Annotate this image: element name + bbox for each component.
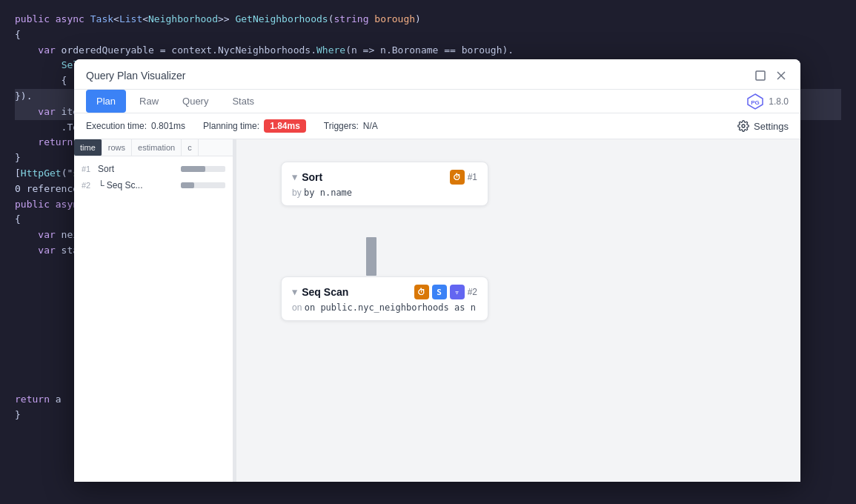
close-button[interactable]	[774, 68, 789, 83]
clock-icon: ⏱	[450, 170, 465, 185]
triggers-value: N/A	[363, 121, 378, 131]
tab-plan[interactable]: Plan	[86, 90, 126, 113]
list-item[interactable]: #1 Sort	[80, 161, 227, 177]
node-header: ▼ Seq Scan ⏱ S ▿ #2	[292, 285, 477, 299]
row-bar	[181, 182, 225, 188]
seqscan-node[interactable]: ▼ Seq Scan ⏱ S ▿ #2 on on public.nyc_nei…	[281, 276, 488, 321]
maximize-button[interactable]	[753, 68, 768, 83]
modal-title: Query Plan Visualizer	[86, 70, 753, 82]
node-badges: ⏱ #1	[450, 170, 477, 185]
modal-body: time rows estimation c #1 Sort #2 └ Seq …	[74, 139, 800, 482]
left-panel-rows: #1 Sort #2 └ Seq Sc...	[74, 156, 233, 198]
planning-label: Planning time:	[203, 121, 259, 131]
settings-icon	[737, 120, 749, 132]
execution-time: Execution time: 0.801ms	[86, 121, 185, 131]
triggers-label: Triggers:	[324, 121, 359, 131]
row-name: └ Seq Sc...	[98, 180, 178, 190]
node-badges: ⏱ S ▿ #2	[414, 285, 477, 299]
tabs-bar: Plan Raw Query Stats PG 1.8.0	[74, 90, 800, 113]
node-name: Seq Scan	[302, 286, 409, 298]
planning-value: 1.84ms	[264, 119, 306, 133]
connector-line	[366, 237, 376, 276]
svg-point-5	[742, 125, 745, 127]
node-header: ▼ Sort ⏱ #1	[292, 170, 477, 185]
settings-button[interactable]: Settings	[737, 120, 789, 132]
query-plan-visualizer-modal: Query Plan Visualizer Plan Raw Query Sta…	[74, 59, 800, 482]
planning-time: Planning time: 1.84ms	[203, 119, 306, 133]
chevron-down-icon: ▼	[292, 172, 297, 182]
col-time[interactable]: time	[74, 139, 102, 156]
node-number: #2	[468, 287, 477, 297]
filter-icon: ▿	[450, 285, 465, 299]
version-label: 1.8.0	[769, 96, 789, 107]
node-name: Sort	[302, 171, 445, 183]
version-badge: PG 1.8.0	[746, 93, 789, 110]
version-icon: PG	[746, 93, 764, 110]
svg-text:PG: PG	[752, 99, 760, 106]
tab-query[interactable]: Query	[172, 90, 219, 113]
row-bar-fill	[181, 182, 194, 188]
row-num: #2	[82, 181, 95, 190]
s-icon: S	[432, 285, 447, 299]
tab-raw[interactable]: Raw	[129, 90, 169, 113]
tab-stats[interactable]: Stats	[222, 90, 265, 113]
sort-node[interactable]: ▼ Sort ⏱ #1 by by n.name	[281, 162, 488, 206]
node-subtext: on on public.nyc_neighborhoods as n	[292, 302, 477, 313]
svg-rect-0	[756, 71, 765, 80]
execution-value: 0.801ms	[151, 121, 185, 131]
col-c[interactable]: c	[182, 139, 199, 156]
left-panel-header: time rows estimation c	[74, 139, 233, 156]
left-panel: time rows estimation c #1 Sort #2 └ Seq …	[74, 139, 233, 482]
titlebar-controls	[753, 68, 789, 83]
row-num: #1	[82, 165, 95, 173]
settings-label: Settings	[754, 121, 789, 132]
col-estimation[interactable]: estimation	[132, 139, 182, 156]
node-subtext: by by n.name	[292, 188, 477, 198]
triggers: Triggers: N/A	[324, 121, 378, 131]
node-subtext-value: on public.nyc_neighborhoods as n	[305, 302, 476, 313]
node-number: #1	[468, 172, 477, 182]
list-item[interactable]: #2 └ Seq Sc...	[80, 177, 227, 193]
row-bar	[181, 166, 225, 172]
timing-bar: Execution time: 0.801ms Planning time: 1…	[74, 113, 800, 139]
chevron-down-icon: ▼	[292, 287, 297, 297]
row-name: Sort	[98, 164, 178, 174]
col-rows[interactable]: rows	[102, 139, 132, 156]
execution-label: Execution time:	[86, 121, 147, 131]
modal-titlebar: Query Plan Visualizer	[74, 59, 800, 90]
row-bar-fill	[181, 166, 205, 172]
visualization-panel: ▼ Sort ⏱ #1 by by n.name ▼ Seq Scan	[236, 139, 800, 482]
clock-icon: ⏱	[414, 285, 429, 299]
